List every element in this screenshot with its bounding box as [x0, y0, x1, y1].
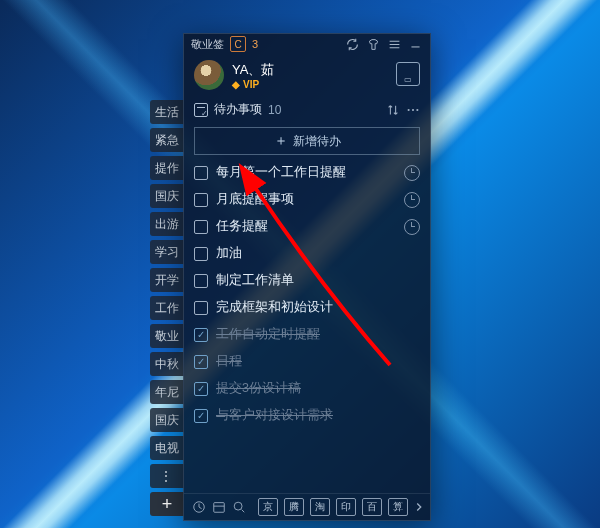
svg-point-0: [408, 108, 410, 110]
app-name: 敬业签: [191, 37, 224, 52]
todo-item[interactable]: 工作自动定时提醒: [194, 321, 426, 348]
background-sidebar: 生活 紧急 提作 国庆 出游 学习 开学 工作 敬业 中秋 年尼 国庆 电视 ⋮…: [150, 100, 184, 516]
footer-chip[interactable]: 腾: [284, 498, 304, 516]
side-tab[interactable]: 国庆: [150, 408, 184, 432]
side-tab[interactable]: 中秋: [150, 352, 184, 376]
svg-rect-4: [214, 503, 225, 513]
todo-item-label: 制定工作清单: [216, 272, 294, 289]
footer-chip[interactable]: 算: [388, 498, 408, 516]
checkbox-icon[interactable]: [194, 193, 208, 207]
search-icon[interactable]: [232, 500, 246, 514]
calendar-list-icon[interactable]: [212, 500, 226, 514]
todo-item-label: 与客户对接设计需求: [216, 407, 333, 424]
todo-item[interactable]: 加油: [194, 240, 426, 267]
todo-list: 每月第一个工作日提醒月底提醒事项任务提醒加油制定工作清单完成框架和初始设计工作自…: [184, 159, 430, 493]
checkbox-icon[interactable]: [194, 220, 208, 234]
more-icon[interactable]: [406, 103, 420, 117]
add-todo-label: 新增待办: [293, 133, 341, 150]
avatar[interactable]: [194, 60, 224, 90]
side-tab[interactable]: 年尼: [150, 380, 184, 404]
todo-item-label: 提交3份设计稿: [216, 380, 301, 397]
todo-item-label: 任务提醒: [216, 218, 268, 235]
side-tab[interactable]: 电视: [150, 436, 184, 460]
checkbox-icon[interactable]: [194, 328, 208, 342]
notification-count: 3: [252, 38, 258, 50]
checkbox-icon[interactable]: [194, 382, 208, 396]
svg-point-2: [416, 108, 418, 110]
footer-bar: 京 腾 淘 印 百 算: [184, 493, 430, 520]
profile-name: YA、茹: [232, 61, 274, 79]
side-tab[interactable]: 紧急: [150, 128, 184, 152]
reminder-clock-icon[interactable]: [404, 192, 420, 208]
todo-item[interactable]: 制定工作清单: [194, 267, 426, 294]
footer-chip[interactable]: 百: [362, 498, 382, 516]
reminder-clock-icon[interactable]: [404, 165, 420, 181]
todo-item-label: 加油: [216, 245, 242, 262]
add-todo-button[interactable]: ＋ 新增待办: [194, 127, 420, 155]
todo-item[interactable]: 与客户对接设计需求: [194, 402, 426, 429]
side-tab[interactable]: 学习: [150, 240, 184, 264]
plus-icon: ＋: [274, 132, 288, 150]
history-icon[interactable]: [192, 500, 206, 514]
todo-item[interactable]: 任务提醒: [194, 213, 426, 240]
todo-item[interactable]: 每月第一个工作日提醒: [194, 159, 426, 186]
todo-section-icon: [194, 103, 208, 117]
checkbox-icon[interactable]: [194, 247, 208, 261]
side-tab[interactable]: 提作: [150, 156, 184, 180]
footer-chip[interactable]: 印: [336, 498, 356, 516]
todo-item-label: 日程: [216, 353, 242, 370]
checkbox-icon[interactable]: [194, 355, 208, 369]
skin-icon[interactable]: [366, 37, 381, 52]
side-tab[interactable]: 工作: [150, 296, 184, 320]
side-tab[interactable]: 国庆: [150, 184, 184, 208]
profile-row: YA、茹 VIP ▭: [184, 54, 430, 98]
todo-item-label: 工作自动定时提醒: [216, 326, 320, 343]
checkbox-icon[interactable]: [194, 301, 208, 315]
todo-item[interactable]: 完成框架和初始设计: [194, 294, 426, 321]
minimize-icon[interactable]: [408, 37, 423, 52]
side-tab[interactable]: 敬业: [150, 324, 184, 348]
chevron-right-icon[interactable]: [414, 500, 424, 514]
todo-item-label: 每月第一个工作日提醒: [216, 164, 346, 181]
todo-item[interactable]: 提交3份设计稿: [194, 375, 426, 402]
side-tab[interactable]: 开学: [150, 268, 184, 292]
side-tab[interactable]: 生活: [150, 100, 184, 124]
side-tab-add[interactable]: +: [150, 492, 184, 516]
section-count: 10: [268, 103, 281, 117]
footer-chip[interactable]: 京: [258, 498, 278, 516]
footer-chip[interactable]: 淘: [310, 498, 330, 516]
todo-item-label: 月底提醒事项: [216, 191, 294, 208]
section-header: 待办事项 10: [184, 98, 430, 121]
app-window: 敬业签 C 3 YA、茹 VIP ▭ 待办事项 10 ＋ 新增待办 每月第一个工…: [183, 33, 431, 521]
section-title: 待办事项: [214, 101, 262, 118]
svg-point-5: [234, 502, 242, 510]
todo-item[interactable]: 月底提醒事项: [194, 186, 426, 213]
calendar-icon[interactable]: ▭: [396, 62, 420, 86]
checkbox-icon[interactable]: [194, 274, 208, 288]
menu-icon[interactable]: [387, 37, 402, 52]
sort-icon[interactable]: [386, 103, 400, 117]
vip-badge: VIP: [232, 79, 274, 90]
svg-point-1: [412, 108, 414, 110]
reminder-clock-icon[interactable]: [404, 219, 420, 235]
checkbox-icon[interactable]: [194, 409, 208, 423]
notification-badge-icon[interactable]: C: [230, 36, 246, 52]
checkbox-icon[interactable]: [194, 166, 208, 180]
todo-item[interactable]: 日程: [194, 348, 426, 375]
sync-icon[interactable]: [345, 37, 360, 52]
side-tab-more[interactable]: ⋮: [150, 464, 184, 488]
side-tab[interactable]: 出游: [150, 212, 184, 236]
todo-item-label: 完成框架和初始设计: [216, 299, 333, 316]
titlebar: 敬业签 C 3: [184, 34, 430, 54]
